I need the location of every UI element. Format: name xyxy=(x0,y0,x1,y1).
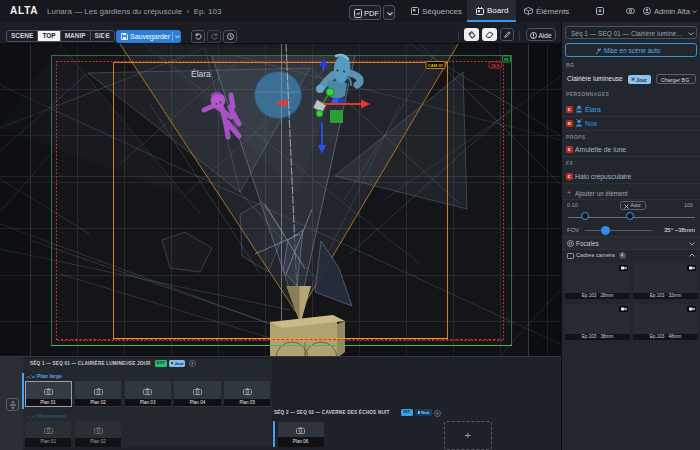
svg-text:F2: F2 xyxy=(504,57,509,62)
svg-text:CAM 01: CAM 01 xyxy=(428,63,444,68)
svg-text:16:9: 16:9 xyxy=(491,63,500,68)
svg-text:Élara: Élara xyxy=(191,69,211,79)
